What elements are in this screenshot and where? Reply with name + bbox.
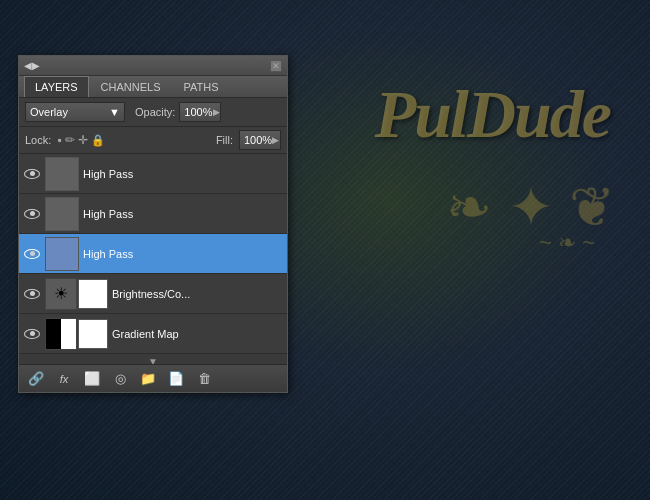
layer-name: High Pass	[83, 208, 283, 220]
blend-opacity-row: Overlay ▼ Opacity: 100% ▶	[19, 98, 287, 127]
eye-icon	[24, 289, 40, 299]
layer-name: High Pass	[83, 168, 283, 180]
eye-icon	[24, 329, 40, 339]
adjustment-layer-button[interactable]: ◎	[109, 369, 131, 389]
panel-arrows[interactable]: ◀▶	[24, 60, 40, 71]
delete-layer-button[interactable]: 🗑	[193, 369, 215, 389]
fill-input[interactable]: 100% ▶	[239, 130, 281, 150]
gradient-thumb	[45, 318, 77, 350]
layers-list: High Pass High Pass High Pass ☀	[19, 154, 287, 364]
lock-label: Lock:	[25, 134, 51, 146]
table-row[interactable]: ☀ Brightness/Co...	[19, 274, 287, 314]
layer-mask-button[interactable]: ⬜	[81, 369, 103, 389]
layer-thumbnail	[45, 157, 79, 191]
tab-channels[interactable]: CHANNELS	[90, 76, 172, 97]
layer-thumbnail	[45, 197, 79, 231]
eye-icon	[24, 209, 40, 219]
vintage-text: PulDude	[375, 80, 610, 148]
layer-effects-button[interactable]: fx	[53, 369, 75, 389]
layers-toolbar: 🔗 fx ⬜ ◎ 📁 📄 🗑	[19, 364, 287, 392]
adjustment-thumb: ☀	[45, 278, 77, 310]
eye-icon	[24, 169, 40, 179]
tab-paths[interactable]: PATHS	[173, 76, 230, 97]
tabs-row: LAYERS CHANNELS PATHS	[19, 76, 287, 98]
opacity-label: Opacity:	[135, 106, 175, 118]
layer-visibility-toggle[interactable]	[23, 245, 41, 263]
layer-name: High Pass	[83, 248, 283, 260]
layer-visibility-toggle[interactable]	[23, 285, 41, 303]
tab-layers[interactable]: LAYERS	[24, 76, 89, 97]
layer-name: Brightness/Co...	[112, 288, 283, 300]
table-row[interactable]: High Pass	[19, 194, 287, 234]
title-bar: ◀▶ ✕	[19, 56, 287, 76]
table-row[interactable]: High Pass	[19, 154, 287, 194]
table-row[interactable]: Gradient Map	[19, 314, 287, 354]
lock-fill-row: Lock: ▪ ✏ ✛ 🔒 Fill: 100% ▶	[19, 127, 287, 154]
lock-pixels-icon[interactable]: ✏	[65, 133, 75, 147]
opacity-input[interactable]: 100% ▶	[179, 102, 221, 122]
vintage-ornament2: ~ ❧ ~	[539, 230, 595, 256]
lock-position-icon[interactable]: ▪	[57, 133, 61, 147]
group-layers-button[interactable]: 📁	[137, 369, 159, 389]
layer-name: Gradient Map	[112, 328, 283, 340]
table-row[interactable]: High Pass	[19, 234, 287, 274]
layer-thumbnails-pair: ☀	[45, 278, 108, 310]
layer-visibility-toggle[interactable]	[23, 165, 41, 183]
scroll-more-indicator: ▼	[19, 354, 287, 364]
lock-move-icon[interactable]: ✛	[78, 133, 88, 147]
eye-icon	[24, 249, 40, 259]
new-layer-button[interactable]: 📄	[165, 369, 187, 389]
layer-thumbnail	[45, 237, 79, 271]
blend-mode-select[interactable]: Overlay ▼	[25, 102, 125, 122]
panel-close-button[interactable]: ✕	[270, 60, 282, 72]
lock-all-icon[interactable]: 🔒	[91, 134, 105, 147]
layers-panel: ◀▶ ✕ LAYERS CHANNELS PATHS Overlay ▼ Opa…	[18, 55, 288, 393]
layer-thumbnails-pair	[45, 318, 108, 350]
link-layers-button[interactable]: 🔗	[25, 369, 47, 389]
fill-label: Fill:	[216, 134, 233, 146]
layer-visibility-toggle[interactable]	[23, 205, 41, 223]
layer-visibility-toggle[interactable]	[23, 325, 41, 343]
lock-icons-group: ▪ ✏ ✛ 🔒	[57, 133, 104, 147]
